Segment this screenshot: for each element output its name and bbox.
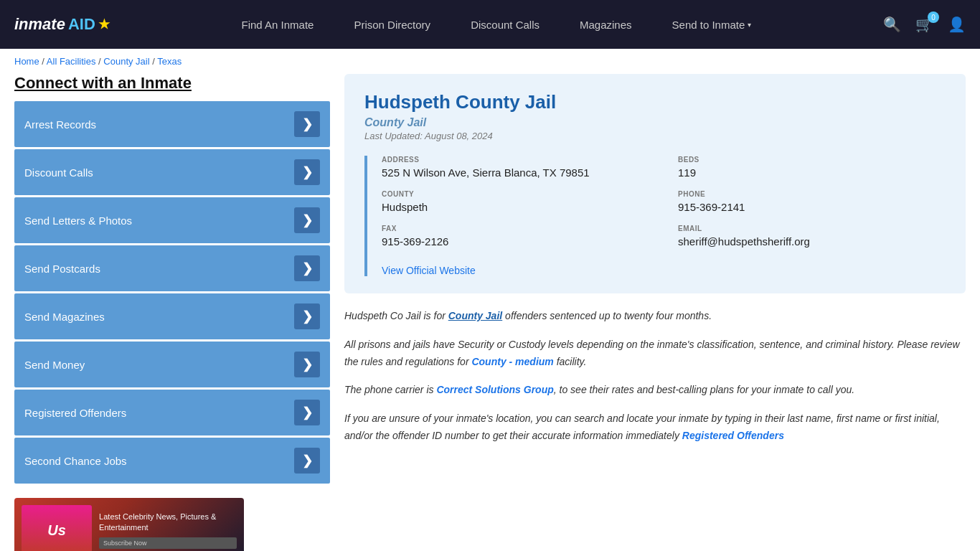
address-label: ADDRESS: [382, 156, 649, 164]
county-value: Hudspeth: [382, 201, 649, 213]
nav-send-to-inmate[interactable]: Send to Inmate ▾: [652, 0, 772, 49]
sidebar-arrow-icon: ❯: [294, 111, 320, 137]
description-p1: Hudspeth Co Jail is for County Jail offe…: [344, 308, 966, 325]
sidebar-item-registered-offenders[interactable]: Registered Offenders ❯: [14, 390, 330, 435]
facility-description: Hudspeth Co Jail is for County Jail offe…: [344, 308, 966, 445]
sidebar-item-second-chance-jobs[interactable]: Second Chance Jobs ❯: [14, 438, 330, 484]
desc-p2-after: facility.: [554, 356, 587, 367]
main-content: Connect with an Inmate Arrest Records ❯ …: [0, 74, 980, 551]
logo-aid-text: AID: [68, 15, 95, 34]
sidebar: Connect with an Inmate Arrest Records ❯ …: [14, 74, 330, 551]
nav-find-inmate[interactable]: Find An Inmate: [222, 0, 334, 49]
sidebar-arrow-icon: ❯: [294, 448, 320, 474]
breadcrumb-county-jail[interactable]: County Jail: [103, 56, 149, 67]
description-p4: If you are unsure of your inmate's locat…: [344, 410, 966, 445]
sidebar-item-label: Discount Calls: [24, 166, 93, 179]
desc-p4-before: If you are unsure of your inmate's locat…: [344, 413, 940, 441]
breadcrumb-texas[interactable]: Texas: [157, 56, 182, 67]
sidebar-item-label: Arrest Records: [24, 118, 96, 131]
user-icon[interactable]: 👤: [948, 16, 966, 33]
fax-label: FAX: [382, 225, 649, 232]
phone-value: 915-369-2141: [678, 201, 946, 213]
detail-phone: PHONE 915-369-2141: [678, 190, 946, 213]
site-logo[interactable]: inmateAID ★: [14, 15, 110, 34]
sidebar-item-label: Registered Offenders: [24, 407, 126, 419]
sidebar-arrow-icon: ❯: [294, 255, 320, 281]
official-website-link[interactable]: View Official Website: [382, 265, 476, 276]
cart-icon[interactable]: 🛒 0: [915, 16, 933, 33]
detail-email: EMAIL sheriff@hudspethsheriff.org: [678, 225, 946, 248]
desc-p1-after: offenders sentenced up to twenty four mo…: [502, 310, 712, 321]
sidebar-item-send-money[interactable]: Send Money ❯: [14, 342, 330, 387]
sidebar-item-discount-calls[interactable]: Discount Calls ❯: [14, 149, 330, 195]
facility-content: Hudspeth County Jail County Jail Last Up…: [344, 74, 966, 551]
sidebar-item-label: Send Letters & Photos: [24, 215, 132, 227]
ad-tagline: Latest Celebrity News, Pictures & Entert…: [99, 512, 237, 534]
desc-p3-before: The phone carrier is: [344, 384, 436, 395]
detail-address: ADDRESS 525 N Wilson Ave, Sierra Blanca,…: [382, 156, 649, 179]
desc-p2-before: All prisons and jails have Security or C…: [344, 339, 960, 367]
ad-subscribe-button[interactable]: Subscribe Now: [99, 537, 237, 550]
description-p2: All prisons and jails have Security or C…: [344, 336, 966, 371]
breadcrumb: Home / All Facilities / County Jail / Te…: [0, 49, 980, 74]
sidebar-item-label: Send Money: [24, 359, 85, 371]
sidebar-arrow-icon: ❯: [294, 352, 320, 377]
phone-label: PHONE: [678, 190, 946, 198]
facility-name: Hudspeth County Jail: [364, 91, 946, 113]
search-icon[interactable]: 🔍: [883, 16, 901, 33]
description-p3: The phone carrier is Correct Solutions G…: [344, 382, 966, 399]
site-header: inmateAID ★ Find An Inmate Prison Direct…: [0, 0, 980, 49]
nav-prison-directory[interactable]: Prison Directory: [334, 0, 451, 49]
nav-discount-calls[interactable]: Discount Calls: [451, 0, 560, 49]
desc-p1-before: Hudspeth Co Jail is for: [344, 310, 448, 321]
county-jail-link[interactable]: County Jail: [448, 310, 502, 321]
ad-text-content: Latest Celebrity News, Pictures & Entert…: [99, 512, 237, 549]
sidebar-item-arrest-records[interactable]: Arrest Records ❯: [14, 101, 330, 147]
advertisement-banner[interactable]: Us Latest Celebrity News, Pictures & Ent…: [14, 498, 244, 551]
fax-value: 915-369-2126: [382, 235, 649, 248]
sidebar-item-send-letters[interactable]: Send Letters & Photos ❯: [14, 197, 330, 243]
detail-beds: BEDS 119: [678, 156, 946, 179]
facility-type: County Jail: [364, 116, 946, 129]
sidebar-item-send-postcards[interactable]: Send Postcards ❯: [14, 245, 330, 291]
sidebar-item-send-magazines[interactable]: Send Magazines ❯: [14, 293, 330, 339]
sidebar-title: Connect with an Inmate: [14, 74, 330, 93]
county-medium-link[interactable]: County - medium: [471, 356, 553, 367]
facility-details: ADDRESS 525 N Wilson Ave, Sierra Blanca,…: [364, 156, 946, 276]
beds-label: BEDS: [678, 156, 946, 164]
email-value: sheriff@hudspethsheriff.org: [678, 235, 946, 248]
detail-fax: FAX 915-369-2126: [382, 225, 649, 248]
sidebar-item-label: Send Postcards: [24, 263, 100, 275]
sidebar-arrow-icon: ❯: [294, 159, 320, 185]
breadcrumb-home[interactable]: Home: [14, 56, 39, 67]
send-dropdown-arrow: ▾: [748, 21, 751, 29]
county-label: COUNTY: [382, 190, 649, 198]
sidebar-arrow-icon: ❯: [294, 400, 320, 425]
header-icons: 🔍 🛒 0 👤: [883, 16, 966, 33]
nav-magazines[interactable]: Magazines: [560, 0, 652, 49]
detail-county: COUNTY Hudspeth: [382, 190, 649, 213]
beds-value: 119: [678, 166, 946, 179]
sidebar-item-label: Second Chance Jobs: [24, 455, 127, 467]
logo-star-icon: ★: [98, 17, 110, 32]
registered-offenders-link[interactable]: Registered Offenders: [682, 430, 784, 441]
sidebar-arrow-icon: ❯: [294, 207, 320, 233]
sidebar-menu: Arrest Records ❯ Discount Calls ❯ Send L…: [14, 101, 330, 484]
desc-p3-after: , to see their rates and best-calling pl…: [554, 384, 854, 395]
detail-website: View Official Website: [382, 259, 946, 276]
address-value: 525 N Wilson Ave, Sierra Blanca, TX 7985…: [382, 166, 649, 179]
facility-last-updated: Last Updated: August 08, 2024: [364, 131, 946, 141]
logo-inmate-text: inmate: [14, 15, 65, 34]
facility-card: Hudspeth County Jail County Jail Last Up…: [344, 74, 966, 293]
breadcrumb-all-facilities[interactable]: All Facilities: [47, 56, 96, 67]
sidebar-item-label: Send Magazines: [24, 311, 105, 323]
correct-solutions-link[interactable]: Correct Solutions Group: [436, 384, 553, 395]
email-label: EMAIL: [678, 225, 946, 232]
main-nav: Find An Inmate Prison Directory Discount…: [131, 0, 862, 49]
sidebar-arrow-icon: ❯: [294, 303, 320, 329]
cart-badge: 0: [928, 11, 939, 23]
ad-brand-logo: Us: [22, 505, 92, 551]
